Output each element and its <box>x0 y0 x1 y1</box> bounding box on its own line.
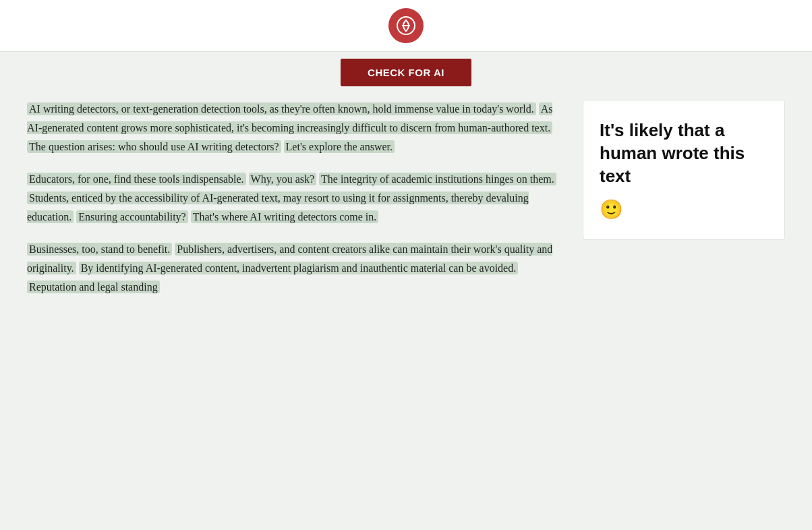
result-title: It's likely that a human wrote this text <box>600 119 768 187</box>
text-span: AI writing detectors, or text-generation… <box>27 102 536 115</box>
paragraph-2: Educators, for one, find these tools ind… <box>27 170 567 227</box>
result-emoji: 🙂 <box>600 198 768 220</box>
paragraph-1: AI writing detectors, or text-generation… <box>27 100 567 156</box>
text-span: The integrity of academic institutions h… <box>319 173 556 185</box>
text-area: AI writing detectors, or text-generation… <box>27 100 567 297</box>
text-span: Why, you ask? <box>249 173 317 185</box>
text-span: Ensuring accountability? <box>76 210 188 223</box>
result-line2: human wrote this text <box>600 143 745 186</box>
text-span: By identifying AI-generated content, ina… <box>79 262 519 274</box>
button-bar: CHECK FOR AI <box>0 52 812 86</box>
text-span: Educators, for one, find these tools ind… <box>27 173 246 185</box>
text-span: The question arises: who should use AI w… <box>27 140 281 153</box>
text-span: Let's explore the answer. <box>284 140 395 153</box>
result-card: It's likely that a human wrote this text… <box>583 100 785 240</box>
result-line1: It's likely that a <box>600 120 724 140</box>
text-span: Businesses, too, stand to benefit. <box>27 243 172 256</box>
logo <box>388 8 424 43</box>
main-content: AI writing detectors, or text-generation… <box>0 86 812 310</box>
sidebar: It's likely that a human wrote this text… <box>583 100 785 297</box>
paragraph-3: Businesses, too, stand to benefit. Publi… <box>27 240 567 297</box>
text-span: Reputation and legal standing <box>27 281 160 293</box>
text-span: That's where AI writing detectors come i… <box>191 210 379 223</box>
check-for-ai-button[interactable]: CHECK FOR AI <box>341 59 471 86</box>
header <box>0 0 812 52</box>
